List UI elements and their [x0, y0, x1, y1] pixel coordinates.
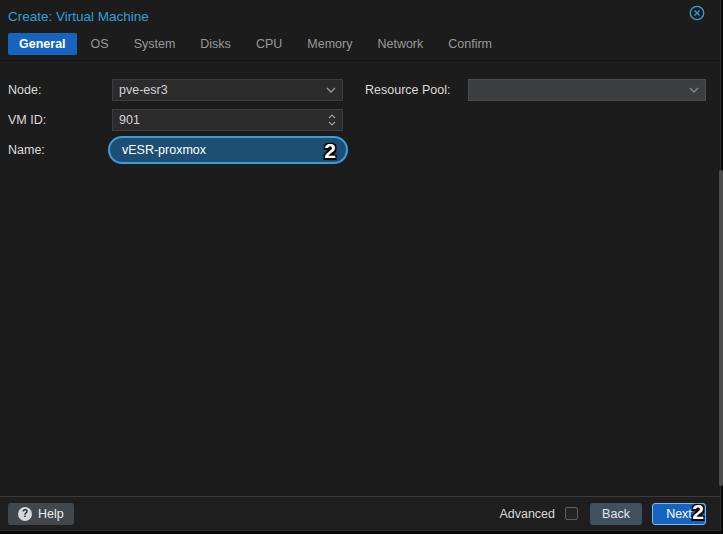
vm-id-label: VM ID:: [8, 109, 46, 131]
vm-id-value: 901: [119, 113, 328, 127]
resource-pool-label: Resource Pool:: [365, 79, 450, 101]
name-value: vESR-proxmox: [122, 143, 324, 157]
tab-general[interactable]: General: [8, 33, 77, 55]
tab-os[interactable]: OS: [80, 33, 120, 55]
dialog-footer: ? Help Advanced Back Next 2: [0, 496, 720, 530]
som-mark-next-button: 2: [692, 501, 704, 522]
general-tab-panel: Node: pve-esr3 Resource Pool: VM ID: 901…: [0, 61, 720, 496]
create-vm-dialog: Create: Virtual Machine General OS Syste…: [0, 0, 721, 531]
vm-id-stepper[interactable]: 901: [112, 109, 343, 131]
node-label: Node:: [8, 79, 41, 101]
spinner-up-down-icon[interactable]: [328, 114, 336, 126]
advanced-checkbox[interactable]: [565, 507, 578, 520]
advanced-label: Advanced: [499, 507, 555, 521]
tab-cpu[interactable]: CPU: [245, 33, 293, 55]
name-label: Name:: [8, 139, 45, 161]
next-button-label: Next: [666, 507, 692, 521]
help-button[interactable]: ? Help: [8, 503, 74, 525]
chevron-down-icon: [689, 87, 699, 93]
wizard-tabbar: General OS System Disks CPU Memory Netwo…: [0, 28, 720, 61]
question-mark-icon: ?: [18, 507, 32, 521]
resource-pool-dropdown[interactable]: [468, 79, 706, 101]
back-button-label: Back: [602, 507, 630, 521]
tab-memory[interactable]: Memory: [296, 33, 363, 55]
tab-network[interactable]: Network: [366, 33, 434, 55]
node-dropdown[interactable]: pve-esr3: [112, 79, 343, 101]
next-button[interactable]: Next 2: [652, 503, 706, 525]
close-icon[interactable]: [689, 5, 705, 21]
back-button[interactable]: Back: [590, 503, 642, 525]
som-mark-name-field: 2: [324, 140, 336, 161]
dialog-titlebar: Create: Virtual Machine: [0, 0, 720, 28]
name-input[interactable]: vESR-proxmox 2: [108, 136, 348, 164]
tab-system[interactable]: System: [123, 33, 187, 55]
help-button-label: Help: [38, 507, 64, 521]
node-value: pve-esr3: [119, 83, 326, 97]
tab-disks[interactable]: Disks: [189, 33, 242, 55]
tab-confirm[interactable]: Confirm: [437, 33, 503, 55]
dialog-title: Create: Virtual Machine: [8, 9, 149, 24]
scrollbar[interactable]: [719, 170, 723, 486]
chevron-down-icon: [326, 87, 336, 93]
